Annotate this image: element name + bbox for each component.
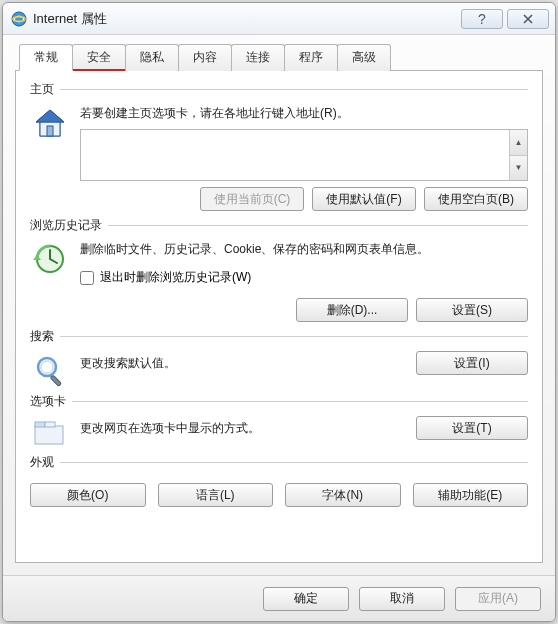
tab-content[interactable]: 内容 — [178, 44, 232, 71]
history-row: 删除临时文件、历史记录、Cookie、保存的密码和网页表单信息。 退出时删除浏览… — [30, 240, 528, 322]
accessibility-button[interactable]: 辅助功能(E) — [413, 483, 529, 507]
svg-rect-10 — [50, 375, 61, 386]
divider — [60, 336, 528, 337]
group-search-title: 搜索 — [30, 328, 528, 345]
history-body: 删除临时文件、历史记录、Cookie、保存的密码和网页表单信息。 退出时删除浏览… — [80, 240, 528, 322]
spin-up[interactable]: ▲ — [510, 130, 527, 156]
svg-rect-13 — [45, 422, 55, 427]
search-body: 更改搜索默认值。 设置(I) — [80, 351, 528, 375]
tab-advanced[interactable]: 高级 — [337, 44, 391, 71]
homepage-body: 若要创建主页选项卡，请在各地址行键入地址(R)。 ▲ ▼ 使用当前页(C) 使用… — [80, 104, 528, 211]
spin-down[interactable]: ▼ — [510, 156, 527, 181]
homepage-spinner: ▲ ▼ — [509, 130, 527, 180]
group-history-title: 浏览历史记录 — [30, 217, 528, 234]
window-title: Internet 属性 — [33, 10, 457, 28]
dialog-footer: 确定 取消 应用(A) — [3, 575, 555, 621]
content-area: 常规 安全 隐私 内容 连接 程序 高级 主页 — [3, 35, 555, 575]
fonts-button[interactable]: 字体(N) — [285, 483, 401, 507]
svg-marker-5 — [36, 110, 64, 122]
ok-button[interactable]: 确定 — [263, 587, 349, 611]
tab-connections[interactable]: 连接 — [231, 44, 285, 71]
group-tabs-title: 选项卡 — [30, 393, 528, 410]
homepage-desc: 若要创建主页选项卡，请在各地址行键入地址(R)。 — [80, 104, 528, 123]
divider — [60, 462, 528, 463]
divider — [108, 225, 528, 226]
tabs-icon — [30, 416, 70, 448]
homepage-buttons: 使用当前页(C) 使用默认值(F) 使用空白页(B) — [80, 187, 528, 211]
tab-general[interactable]: 常规 — [19, 44, 73, 71]
cancel-button[interactable]: 取消 — [359, 587, 445, 611]
titlebar: Internet 属性 ? — [3, 3, 555, 35]
dialog-window: Internet 属性 ? 常规 安全 隐私 内容 连接 程序 高级 主页 — [2, 2, 556, 622]
tab-privacy[interactable]: 隐私 — [125, 44, 179, 71]
group-homepage-title: 主页 — [30, 81, 528, 98]
svg-rect-4 — [47, 126, 53, 136]
homepage-input-wrap: ▲ ▼ — [80, 129, 528, 181]
ie-icon — [11, 11, 27, 27]
svg-point-9 — [41, 361, 53, 373]
homepage-row: 若要创建主页选项卡，请在各地址行键入地址(R)。 ▲ ▼ 使用当前页(C) 使用… — [30, 104, 528, 211]
tabs-row: 更改网页在选项卡中显示的方式。 设置(T) — [30, 416, 528, 448]
search-desc: 更改搜索默认值。 — [80, 354, 406, 373]
language-button[interactable]: 语言(L) — [158, 483, 274, 507]
tab-security[interactable]: 安全 — [72, 44, 126, 71]
history-settings-button[interactable]: 设置(S) — [416, 298, 528, 322]
search-label: 搜索 — [30, 328, 54, 345]
delete-on-exit-row[interactable]: 退出时删除浏览历史记录(W) — [80, 269, 528, 286]
svg-rect-12 — [35, 422, 45, 427]
close-button[interactable] — [507, 9, 549, 29]
delete-button[interactable]: 删除(D)... — [296, 298, 408, 322]
tabs-desc: 更改网页在选项卡中显示的方式。 — [80, 419, 406, 438]
divider — [60, 89, 528, 90]
use-current-button: 使用当前页(C) — [200, 187, 304, 211]
appearance-label: 外观 — [30, 454, 54, 471]
history-label: 浏览历史记录 — [30, 217, 102, 234]
history-buttons: 删除(D)... 设置(S) — [80, 298, 528, 322]
use-blank-button[interactable]: 使用空白页(B) — [424, 187, 528, 211]
homepage-label: 主页 — [30, 81, 54, 98]
search-settings-button[interactable]: 设置(I) — [416, 351, 528, 375]
group-appearance-title: 外观 — [30, 454, 528, 471]
apply-button: 应用(A) — [455, 587, 541, 611]
history-desc: 删除临时文件、历史记录、Cookie、保存的密码和网页表单信息。 — [80, 240, 528, 259]
colors-button[interactable]: 颜色(O) — [30, 483, 146, 507]
tabs-settings-button[interactable]: 设置(T) — [416, 416, 528, 440]
use-default-button[interactable]: 使用默认值(F) — [312, 187, 416, 211]
tabs-label: 选项卡 — [30, 393, 66, 410]
homepage-input[interactable] — [81, 130, 509, 180]
tab-strip: 常规 安全 隐私 内容 连接 程序 高级 — [19, 44, 543, 71]
search-row: 更改搜索默认值。 设置(I) — [30, 351, 528, 387]
delete-on-exit-checkbox[interactable] — [80, 271, 94, 285]
help-button[interactable]: ? — [461, 9, 503, 29]
svg-rect-11 — [35, 426, 63, 444]
history-icon — [30, 240, 70, 276]
search-icon — [30, 351, 70, 387]
delete-on-exit-label: 退出时删除浏览历史记录(W) — [100, 269, 251, 286]
tab-panel: 主页 若要创建主页选项卡，请在各地址行键入地址(R)。 — [15, 70, 543, 563]
tabs-body: 更改网页在选项卡中显示的方式。 设置(T) — [80, 416, 528, 440]
divider — [72, 401, 528, 402]
tab-programs[interactable]: 程序 — [284, 44, 338, 71]
appearance-buttons: 颜色(O) 语言(L) 字体(N) 辅助功能(E) — [30, 477, 528, 509]
home-icon — [30, 104, 70, 142]
